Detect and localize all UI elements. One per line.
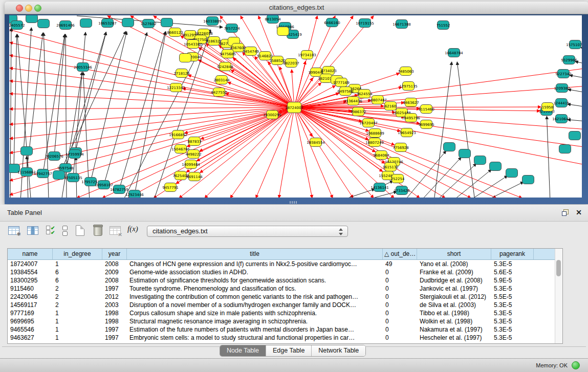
cell-pagerank[interactable]: 5.6E-5 (491, 268, 534, 276)
cell-year[interactable]: 1998 (102, 317, 127, 325)
cell-title[interactable]: Investigating the contribution of common… (127, 293, 383, 301)
cell-short[interactable]: Yano et al. (2008) (417, 260, 491, 268)
cell-title[interactable]: Changes of HCN gene expression and I(f) … (127, 260, 383, 268)
cell-name[interactable]: 9699695 (8, 317, 53, 325)
table-row[interactable]: 1456911722003Disruption of a novel membe… (8, 301, 562, 309)
window-titlebar[interactable]: citations_edges.txt (5, 2, 588, 14)
table-row[interactable]: 969969511998Structural magnetic resonanc… (8, 317, 562, 325)
cell-title[interactable]: Genome-wide association studies in ADHD. (127, 268, 383, 276)
table-row[interactable]: 911546021997Tourette syndrome. Phenomeno… (8, 285, 562, 293)
cell-out_de[interactable]: 0 (383, 268, 417, 276)
cell-year[interactable]: 1998 (102, 309, 127, 317)
cell-in_degree[interactable]: 1 (53, 309, 102, 317)
cell-in_degree[interactable]: 1 (53, 317, 102, 325)
cell-title[interactable]: Corpus callosum shape and size in male p… (127, 309, 383, 317)
column-header-short[interactable]: short (417, 249, 491, 259)
tab-edge-table[interactable]: Edge Table (266, 345, 312, 356)
cell-title[interactable]: Tourette syndrome. Phenomenology and cla… (127, 285, 383, 293)
table-mode-icon[interactable]: ✱ (8, 226, 19, 235)
cell-year[interactable]: 2009 (102, 268, 127, 276)
cell-name[interactable]: 9777169 (8, 309, 53, 317)
vertical-scrollbar[interactable] (555, 249, 562, 343)
close-panel-icon[interactable]: ✕ (576, 208, 582, 216)
cell-in_degree[interactable]: 1 (53, 334, 102, 342)
cell-pagerank[interactable]: 5.3E-5 (491, 260, 534, 268)
cell-name[interactable]: 18724007 (8, 260, 53, 268)
cell-title[interactable]: Estimation of significance thresholds fo… (127, 276, 383, 285)
cell-year[interactable]: 1997 (102, 285, 127, 293)
cell-out_de[interactable]: 0 (383, 325, 417, 334)
cell-name[interactable]: 19384554 (8, 268, 53, 276)
cell-out_de[interactable]: 0 (383, 334, 417, 342)
column-header-out_de[interactable]: △ out_de… (383, 249, 417, 259)
cell-year[interactable]: 2008 (102, 260, 127, 268)
row-selection-icon[interactable]: ✔✔ (46, 226, 55, 235)
cell-out_de[interactable]: 0 (383, 301, 417, 309)
cell-short[interactable]: Franke et al. (2009) (417, 268, 491, 276)
table-row[interactable]: 2242004622012Investigating the contribut… (8, 293, 562, 301)
network-canvas[interactable]: 2405572206914061065328715276021603380978… (9, 15, 582, 198)
cell-year[interactable]: 2003 (102, 301, 127, 309)
cell-year[interactable]: 2012 (102, 293, 127, 301)
cell-title[interactable]: Embryonic stem cells: a model to study s… (127, 334, 383, 342)
cell-title[interactable]: Estimation of the future numbers of pati… (127, 325, 383, 334)
cell-name[interactable]: 9465546 (8, 325, 53, 334)
cell-out_de[interactable]: 49 (383, 260, 417, 268)
column-visibility-icon[interactable] (27, 226, 38, 235)
cell-out_de[interactable]: 0 (383, 309, 417, 317)
cell-short[interactable]: Stergiakouli et al. (2012) (417, 293, 491, 301)
cell-year[interactable]: 2008 (102, 276, 127, 285)
cell-pagerank[interactable]: 5.3E-5 (491, 309, 534, 317)
table-row[interactable]: 1830029562008Estimation of significance … (8, 276, 562, 285)
cell-short[interactable]: Tibbo et al. (1998) (417, 309, 491, 317)
cell-year[interactable]: 1997 (102, 334, 127, 342)
table-merge-icon[interactable] (62, 226, 68, 237)
cell-in_degree[interactable]: 6 (53, 268, 102, 276)
cell-short[interactable]: Hescheler et al. (1997) (417, 334, 491, 342)
cell-pagerank[interactable]: 5.3E-5 (491, 325, 534, 334)
table-row[interactable]: 1938455462009Genome-wide association stu… (8, 268, 562, 276)
table-row[interactable]: 1872400712008Changes of HCN gene express… (8, 260, 562, 268)
column-header-in_degree[interactable]: in_degree (53, 249, 102, 259)
table-row[interactable]: 946362711997Embryonic stem cells: a mode… (8, 334, 562, 342)
cell-name[interactable]: 22420046 (8, 293, 53, 301)
scrollbar-thumb[interactable] (556, 260, 561, 276)
cell-pagerank[interactable]: 5.3E-5 (491, 334, 534, 342)
new-column-icon[interactable] (76, 225, 84, 236)
cell-short[interactable]: Dudbridge et al. (2008) (417, 276, 491, 285)
cell-pagerank[interactable]: 5.3E-5 (491, 317, 534, 325)
cell-pagerank[interactable]: 5.5E-5 (491, 293, 534, 301)
column-header-pagerank[interactable]: pagerank (491, 249, 534, 259)
tab-network-table[interactable]: Network Table (312, 345, 365, 356)
cell-title[interactable]: Structural magnetic resonance image aver… (127, 317, 383, 325)
cell-pagerank[interactable]: 5.3E-5 (491, 301, 534, 309)
table-row[interactable]: 946554611997Estimation of the future num… (8, 325, 562, 334)
cell-out_de[interactable]: 0 (383, 293, 417, 301)
cell-short[interactable]: Wolkin et al. (1998) (417, 317, 491, 325)
cell-in_degree[interactable]: 6 (53, 276, 102, 285)
cell-title[interactable]: Disruption of a novel member of a sodium… (127, 301, 383, 309)
network-svg[interactable]: 2405572206914061065328715276021603380978… (9, 15, 582, 198)
cell-short[interactable]: de Silva et al. (2003) (417, 301, 491, 309)
cell-in_degree[interactable]: 2 (53, 301, 102, 309)
cell-year[interactable]: 1997 (102, 325, 127, 334)
cell-name[interactable]: 18300295 (8, 276, 53, 285)
cell-in_degree[interactable]: 2 (53, 293, 102, 301)
cell-in_degree[interactable]: 1 (53, 260, 102, 268)
splitter-handle[interactable] (290, 201, 298, 204)
cell-pagerank[interactable]: 5.3E-5 (491, 285, 534, 293)
column-header-title[interactable]: title (127, 249, 383, 259)
tab-node-table[interactable]: Node Table (220, 345, 266, 356)
column-header-name[interactable]: name (8, 249, 53, 259)
float-panel-icon[interactable] (562, 209, 569, 216)
column-header-year[interactable]: year (102, 249, 127, 259)
cell-out_de[interactable]: 0 (383, 276, 417, 285)
cell-name[interactable]: 9463627 (8, 334, 53, 342)
cell-name[interactable]: 14569117 (8, 301, 53, 309)
cell-in_degree[interactable]: 2 (53, 285, 102, 293)
cell-name[interactable]: 9115460 (8, 285, 53, 293)
delete-column-icon[interactable] (94, 226, 102, 236)
cell-short[interactable]: Jankovic et al. (1997) (417, 285, 491, 293)
cell-out_de[interactable]: 0 (383, 285, 417, 293)
cell-out_de[interactable]: 0 (383, 317, 417, 325)
